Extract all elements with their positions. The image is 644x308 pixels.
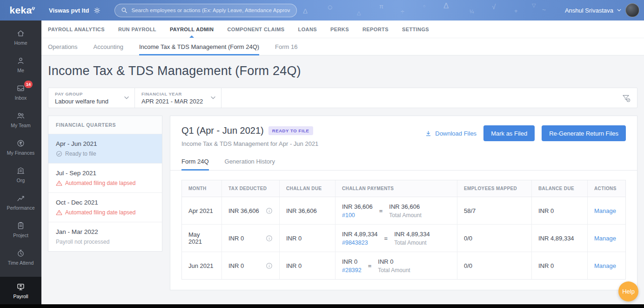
status-badge: READY TO FILE: [268, 126, 313, 135]
quarter-label: Jul - Sep 2021: [56, 170, 154, 177]
sidebar-item-label: My Team: [11, 123, 30, 128]
challan-ref-link[interactable]: #9843823: [342, 240, 378, 246]
sidebar-item-inbox[interactable]: 14 Inbox: [0, 78, 41, 106]
avatar[interactable]: [625, 3, 639, 17]
tab-accounting[interactable]: Accounting: [94, 38, 123, 55]
sidebar-item-my-finances[interactable]: My Finances: [0, 133, 41, 161]
quarter-status: Payroll not processed: [56, 239, 154, 245]
manage-link[interactable]: Manage: [594, 262, 616, 269]
chevron-down-icon: [124, 96, 129, 100]
tab-run-payroll[interactable]: RUN PAYROLL: [118, 21, 156, 38]
quarter-item-oct-dec-2021[interactable]: Oct - Dec 2021 Automated filing date lap…: [48, 193, 162, 222]
table-row-may-2021: May 2021 INR 0 INR 0 INR 4,89,334 #98438…: [182, 225, 625, 252]
cell-employees-mapped: 0/0: [457, 252, 532, 279]
download-files-link[interactable]: Download Files: [425, 130, 476, 137]
search-input[interactable]: [131, 7, 290, 13]
tab-loans[interactable]: LOANS: [298, 21, 317, 38]
sidebar-item-project[interactable]: Project: [0, 216, 41, 243]
equals-sign: =: [384, 235, 388, 242]
quarter-status-text: Ready to file: [65, 151, 96, 157]
cell-tax-deducted: INR 0: [222, 252, 280, 279]
financial-quarters-panel: FINANCIAL QUARTERS Apr - Jun 2021 Ready …: [48, 116, 162, 252]
person-icon: [16, 56, 25, 65]
tab-operations[interactable]: Operations: [48, 38, 78, 55]
info-icon[interactable]: [266, 262, 273, 269]
manage-link[interactable]: Manage: [594, 207, 616, 214]
tab-form-24q[interactable]: Form 24Q: [181, 153, 209, 170]
info-icon[interactable]: [266, 207, 273, 214]
pay-group-select[interactable]: PAY GROUP Labour welfare fund: [48, 88, 135, 108]
sidebar-item-label: Performance: [7, 205, 34, 211]
financial-year-label: FINANCIAL YEAR: [141, 91, 207, 96]
module-nav: PAYROLL ANALYTICS RUN PAYROLL PAYROLL AD…: [41, 21, 644, 38]
tab-payroll-admin[interactable]: PAYROLL ADMIN: [170, 21, 214, 38]
search-bar[interactable]: [114, 4, 297, 17]
cell-challan-due: INR 0: [280, 225, 335, 252]
mark-as-filed-button[interactable]: Mark as Filed: [483, 125, 535, 141]
quarter-item-jul-sep-2021[interactable]: Jul - Sep 2021 Automated filing date lap…: [48, 164, 162, 193]
performance-icon: [16, 194, 25, 203]
quarter-status: Automated filing date lapsed: [56, 209, 154, 216]
team-icon: [16, 111, 25, 120]
tab-component-claims[interactable]: COMPONENT CLAIMS: [227, 21, 284, 38]
total-amount: INR 0: [378, 258, 410, 265]
content-columns: FINANCIAL QUARTERS Apr - Jun 2021 Ready …: [48, 116, 637, 290]
sidebar-item-org[interactable]: Org: [0, 161, 41, 188]
tab-perks[interactable]: PERKS: [330, 21, 349, 38]
user-menu[interactable]: Anshul Srivastava: [565, 0, 639, 21]
challan-ref-link[interactable]: #100: [342, 212, 373, 219]
cell-actions: Manage: [588, 225, 625, 252]
company-name: Viswas pvt ltd: [49, 7, 89, 14]
clock-icon: [16, 249, 25, 258]
quarter-subtitle: Income Tax & TDS Management for Apr - Ju…: [181, 140, 318, 147]
sidebar-item-home[interactable]: Home: [0, 23, 41, 51]
sidebar-item-label: Payroll: [13, 294, 28, 299]
tax-deducted-value: INR 0: [228, 235, 244, 242]
challan-total: INR 36,606 Total Amount: [389, 203, 421, 219]
cell-challan-due: INR 36,606: [280, 197, 335, 224]
sidebar-item-label: Project: [13, 233, 28, 238]
tab-income-tax-tds[interactable]: Income Tax & TDS Management (Form 24Q): [139, 38, 259, 55]
filter-funnel-icon[interactable]: [622, 94, 631, 103]
manage-link[interactable]: Manage: [594, 235, 616, 242]
quarter-item-jan-mar-2022[interactable]: Jan - Mar 2022 Payroll not processed: [48, 222, 162, 251]
total-amount-label: Total Amount: [378, 267, 410, 274]
col-actions: ACTIONS: [588, 180, 625, 197]
keka-logo[interactable]: keka: [0, 5, 41, 16]
gear-icon[interactable]: [94, 7, 101, 14]
payment-amount: INR 36,606: [342, 203, 373, 210]
regenerate-return-files-button[interactable]: Re-Generate Return Files: [542, 125, 626, 141]
financial-year-select[interactable]: FINANCIAL YEAR APR 2021 - MAR 2022: [135, 88, 221, 108]
table-row-jun-2021: Jun 2021 INR 0 INR 0 INR 0 #28392 =: [182, 252, 625, 279]
sidebar-item-payroll[interactable]: Payroll: [0, 277, 41, 304]
challan-ref-link[interactable]: #28392: [342, 267, 362, 274]
col-challan-payments: CHALLAN PAYMENTS: [335, 180, 457, 197]
cell-challan-payments: INR 4,89,334 #9843823 = INR 4,89,334 Tot…: [335, 225, 457, 252]
sidebar-item-label: Inbox: [15, 95, 27, 101]
tab-settings[interactable]: SETTINGS: [402, 21, 429, 38]
quarter-actions: Download Files Mark as Filed Re-Generate…: [425, 125, 626, 141]
tab-payroll-analytics[interactable]: PAYROLL ANALYTICS: [48, 21, 105, 38]
logo-spark-icon: [31, 6, 35, 10]
quarter-item-apr-jun-2021[interactable]: Apr - Jun 2021 Ready to file: [48, 134, 162, 164]
table-header-row: MONTH TAX DEDUCTED CHALLAN DUE CHALLAN P…: [182, 180, 625, 197]
sidebar-item-time-attend[interactable]: Time Attend: [0, 243, 41, 271]
warning-icon: [56, 180, 62, 186]
cell-month: Jun 2021: [182, 252, 222, 279]
tab-reports[interactable]: REPORTS: [362, 21, 389, 38]
cell-employees-mapped: 0/0: [457, 225, 532, 252]
help-button[interactable]: Help: [618, 281, 638, 301]
tab-form-16[interactable]: Form 16: [275, 38, 297, 55]
sidebar-item-performance[interactable]: Performance: [0, 188, 41, 216]
sidebar-item-label: Time Attend: [8, 260, 34, 266]
sidebar-item-my-team[interactable]: My Team: [0, 106, 41, 133]
tab-generation-history[interactable]: Generation History: [225, 153, 275, 170]
payroll-icon: [16, 282, 25, 291]
pay-group-value: Labour welfare fund: [55, 98, 121, 105]
challan-payment: INR 4,89,334 #9843823: [342, 231, 378, 246]
main-area: PAYROLL ANALYTICS RUN PAYROLL PAYROLL AD…: [41, 21, 644, 304]
info-icon[interactable]: [266, 235, 273, 242]
user-name: Anshul Srivastava: [565, 7, 613, 14]
sidebar-item-me[interactable]: Me: [0, 51, 41, 78]
sidebar: Home Me 14 Inbox My Team My Finances Org…: [0, 21, 41, 304]
